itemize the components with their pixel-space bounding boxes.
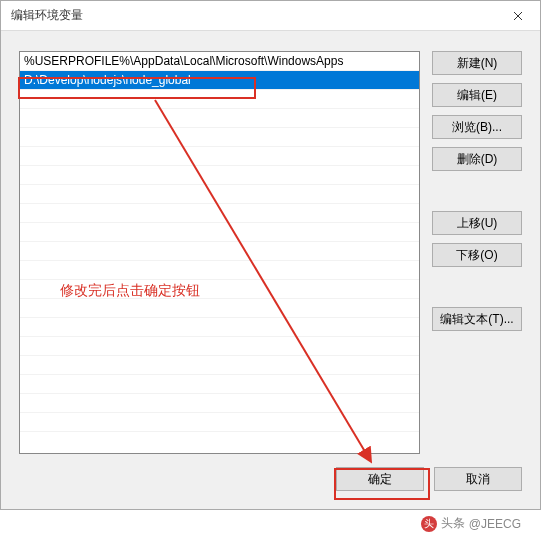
list-item[interactable] (20, 261, 419, 280)
dialog-title: 编辑环境变量 (11, 7, 83, 24)
watermark-icon: 头 (421, 516, 437, 532)
list-item[interactable] (20, 280, 419, 299)
list-item[interactable] (20, 109, 419, 128)
environment-variable-dialog: 编辑环境变量 %USERPROFILE%\AppData\Local\Micro… (0, 0, 541, 510)
list-item[interactable] (20, 242, 419, 261)
list-item[interactable] (20, 147, 419, 166)
list-item[interactable]: D:\Develop\nodejs\node_global (20, 71, 419, 90)
path-listbox[interactable]: %USERPROFILE%\AppData\Local\Microsoft\Wi… (19, 51, 420, 454)
list-item[interactable]: %USERPROFILE%\AppData\Local\Microsoft\Wi… (20, 52, 419, 71)
button-column: 新建(N) 编辑(E) 浏览(B)... 删除(D) 上移(U) 下移(O) 编… (432, 51, 522, 454)
list-item[interactable] (20, 166, 419, 185)
browse-button[interactable]: 浏览(B)... (432, 115, 522, 139)
list-item[interactable] (20, 223, 419, 242)
delete-button[interactable]: 删除(D) (432, 147, 522, 171)
list-item[interactable] (20, 375, 419, 394)
list-item[interactable] (20, 90, 419, 109)
new-button[interactable]: 新建(N) (432, 51, 522, 75)
watermark-source: 头条 (441, 515, 465, 532)
list-item[interactable] (20, 204, 419, 223)
close-icon (513, 11, 523, 21)
move-up-button[interactable]: 上移(U) (432, 211, 522, 235)
list-item[interactable] (20, 337, 419, 356)
list-item[interactable] (20, 128, 419, 147)
close-button[interactable] (495, 1, 540, 31)
list-item[interactable] (20, 318, 419, 337)
edit-button[interactable]: 编辑(E) (432, 83, 522, 107)
edit-text-button[interactable]: 编辑文本(T)... (432, 307, 522, 331)
move-down-button[interactable]: 下移(O) (432, 243, 522, 267)
ok-button[interactable]: 确定 (336, 467, 424, 491)
dialog-footer: 确定 取消 (336, 467, 522, 491)
list-item[interactable] (20, 394, 419, 413)
titlebar: 编辑环境变量 (1, 1, 540, 31)
list-item[interactable] (20, 356, 419, 375)
list-item[interactable] (20, 413, 419, 432)
watermark: 头 头条 @JEECG (421, 515, 521, 532)
list-item[interactable] (20, 299, 419, 318)
cancel-button[interactable]: 取消 (434, 467, 522, 491)
dialog-content: %USERPROFILE%\AppData\Local\Microsoft\Wi… (19, 51, 522, 454)
watermark-handle: @JEECG (469, 517, 521, 531)
list-item[interactable] (20, 185, 419, 204)
